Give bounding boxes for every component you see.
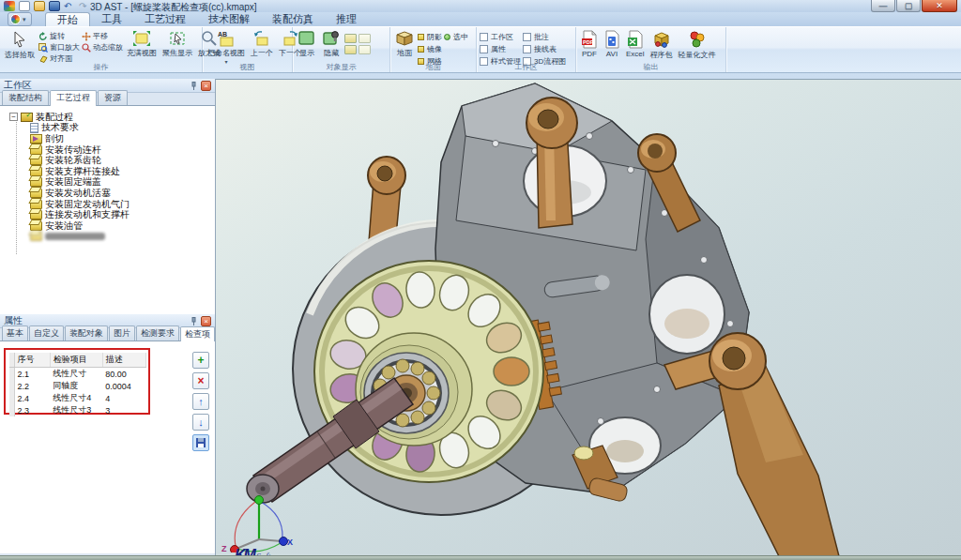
axis-z-label: Z [221,544,227,553]
export-pdf-button[interactable]: PDF PDF [579,29,600,63]
redacted-label [45,233,105,240]
tab-assembly-objects[interactable]: 装配对象 [65,325,108,341]
cursor-icon [10,30,29,49]
program-package-button[interactable]: 程序包 [648,29,675,63]
lightweight-file-icon [688,30,707,49]
step-icon [30,232,42,241]
redo-icon[interactable]: ↷ [79,1,90,11]
previous-view-button[interactable]: 上一个 [249,29,275,63]
select-pick-button[interactable]: 选择拾取 [3,29,37,63]
tree-item[interactable]: 技术要求 [0,123,215,134]
display-mode-toggle-icon[interactable] [358,34,371,43]
table-row[interactable]: 2.2 同轴度 0.0004 [9,380,146,392]
tab-basic[interactable]: 基本 [2,325,28,341]
minimize-button[interactable]: — [871,0,895,12]
tree-item-redacted[interactable] [0,232,215,243]
shadow-toggle[interactable]: 阴影 [418,32,442,42]
close-icon[interactable]: × [201,81,211,91]
dynamic-zoom-icon [82,43,91,53]
tab-custom[interactable]: 自定义 [29,325,64,341]
checkbox-icon [523,33,531,41]
workspace-checkbox[interactable]: 工作区 [480,32,521,42]
display-mode-toggle-icon[interactable] [358,45,371,54]
maximize-button[interactable]: ▢ [896,0,921,12]
new-file-icon[interactable] [19,1,30,11]
application-menu-button[interactable]: ▾ [8,12,32,26]
bottom-right-propeller-arm [664,333,839,555]
delete-row-button[interactable]: × [192,372,209,389]
ground-cube-icon [395,30,414,47]
tab-reasoning[interactable]: 推理 [325,12,368,26]
tab-check-items[interactable]: 检查项 [180,326,215,341]
show-button[interactable]: 显示 [296,29,318,63]
focus-display-button[interactable]: 聚焦显示 [160,29,194,63]
ribbon-tab-row: ▾ 开始 工具 工艺过程 技术图解 装配仿真 推理 [0,12,961,26]
named-views-button[interactable]: AB 已命名视图 ▾ [206,29,247,63]
tab-tools[interactable]: 工具 [90,12,133,26]
step-icon [30,210,42,219]
window-zoom-icon [38,43,48,53]
move-down-button[interactable]: ↓ [192,414,209,431]
close-icon[interactable]: × [201,316,211,326]
step-icon [30,156,42,165]
ribbon-group-ground: 地面 阴影 镜像 网格 选中 地面 [390,27,477,72]
mirror-icon [418,46,424,53]
table-row[interactable]: 2.1 线性尺寸 80.00 [9,368,146,381]
object-display-toggle-grid [344,29,371,63]
pan-button[interactable]: 平移 [82,31,123,41]
fit-view-icon [132,30,151,47]
display-mode-toggle-icon[interactable] [344,34,357,43]
pin-icon[interactable] [189,316,199,326]
lightweight-file-button[interactable]: 轻量化文件 [677,29,718,63]
move-up-button[interactable]: ↑ [192,393,209,410]
tab-resources[interactable]: 资源 [98,90,128,105]
tab-tech-diagram[interactable]: 技术图解 [197,12,261,26]
previous-view-icon [253,30,270,47]
save-file-icon[interactable] [49,1,60,11]
properties-checkbox[interactable]: 属性 [480,44,521,54]
hide-button[interactable]: 隐藏 [320,29,343,63]
tab-assembly-sim[interactable]: 装配仿真 [261,12,325,26]
close-button[interactable]: ✕ [922,0,957,12]
mirror-toggle[interactable]: 镜像 [418,44,442,54]
ribbon-group-view: AB 已命名视图 ▾ 上一个 下一个 视图 [203,27,293,72]
add-row-button[interactable]: + [192,352,209,369]
display-mode-toggle-icon[interactable] [344,45,357,54]
undo-icon[interactable]: ↶ [64,1,75,11]
step-icon [30,189,42,198]
wiring-table-checkbox[interactable]: 接线表 [523,44,566,54]
tab-process[interactable]: 工艺过程 [133,12,197,26]
rotate-button[interactable]: 旋转 [38,31,80,41]
chevron-down-icon: ▾ [23,16,26,23]
tab-process-tree[interactable]: 工艺过程 [50,90,97,106]
left-dock: 工作区 × 装配结构 工艺过程 资源 − 装配过程 技术要求 剖 [0,79,216,555]
assembly-process-icon [21,113,33,122]
ground-button[interactable]: 地面 [393,29,416,63]
export-avi-button[interactable]: AVI [602,29,622,63]
tree-item-root[interactable]: − 装配过程 [0,112,215,123]
checkbox-icon [480,45,488,53]
fit-view-button[interactable]: 充满视图 [125,29,159,63]
check-items-table[interactable]: 序号 检验项目 描述 2.1 线性尺寸 80.00 2.2 同轴度 0.0004 [9,353,146,416]
window-controls: — ▢ ✕ [870,0,957,12]
collapse-icon[interactable]: − [9,113,18,121]
viewport-3d[interactable]: Z X KMSoft [216,79,961,555]
tab-home[interactable]: 开始 [45,12,90,26]
orientation-triad-icon [223,492,293,552]
table-row[interactable]: 2.4 线性尺寸4 4 [9,392,146,404]
export-excel-button[interactable]: Excel [624,29,647,63]
tab-images[interactable]: 图片 [109,325,135,341]
table-row[interactable]: 2.3 线性尺寸3 3 [9,404,146,416]
tab-assembly-structure[interactable]: 装配结构 [2,90,49,105]
save-table-button[interactable] [192,434,209,451]
window-zoom-button[interactable]: 窗口放大 [38,42,80,53]
selected-toggle[interactable]: 选中 [444,32,468,42]
open-file-icon[interactable] [34,1,45,11]
dynamic-zoom-button[interactable]: 动态缩放 [82,42,123,53]
tab-inspection-requirements[interactable]: 检测要求 [136,325,179,341]
pin-icon[interactable] [189,81,199,91]
section-cut-icon [30,134,42,144]
svg-text:PDF: PDF [583,39,594,45]
propeller-assembly-model [216,80,961,555]
annotation-checkbox[interactable]: 批注 [523,32,566,42]
